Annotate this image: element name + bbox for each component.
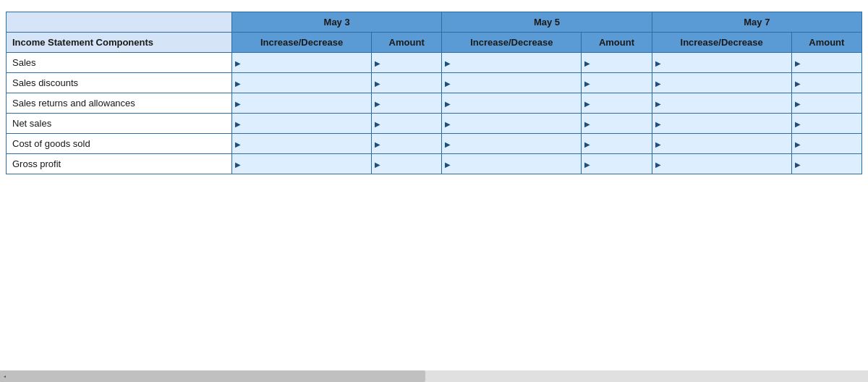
- row-label: Cost of goods sold: [7, 134, 232, 154]
- row-label: Sales discounts: [7, 73, 232, 93]
- data-cell[interactable]: [372, 93, 442, 114]
- data-cell[interactable]: [372, 53, 442, 73]
- data-cell[interactable]: [652, 114, 791, 134]
- table-row: Sales returns and allowances: [7, 93, 862, 114]
- data-cell[interactable]: [231, 93, 371, 114]
- main-content: May 3 May 5 May 7 Income Statement Compo…: [0, 0, 868, 370]
- horizontal-scrollbar[interactable]: ◀: [0, 370, 868, 382]
- header-may7-increase: Increase/Decrease: [652, 33, 791, 53]
- data-cell[interactable]: [372, 154, 442, 174]
- data-cell[interactable]: [231, 134, 371, 154]
- header-may5: May 5: [442, 12, 652, 33]
- header-row-subheaders: Income Statement Components Increase/Dec…: [7, 33, 862, 53]
- data-cell[interactable]: [582, 93, 652, 114]
- table-wrapper: May 3 May 5 May 7 Income Statement Compo…: [6, 12, 862, 174]
- data-cell[interactable]: [372, 114, 442, 134]
- data-cell[interactable]: [582, 73, 652, 93]
- data-cell[interactable]: [791, 134, 861, 154]
- data-cell[interactable]: [791, 73, 861, 93]
- table-row: Net sales: [7, 114, 862, 134]
- row-label: Sales returns and allowances: [7, 93, 232, 114]
- data-cell[interactable]: [231, 154, 371, 174]
- data-cell[interactable]: [582, 154, 652, 174]
- table-row: Cost of goods sold: [7, 134, 862, 154]
- data-cell[interactable]: [231, 114, 371, 134]
- data-cell[interactable]: [372, 134, 442, 154]
- header-components-label: Income Statement Components: [7, 33, 232, 53]
- row-label: Net sales: [7, 114, 232, 134]
- header-may3-amount: Amount: [372, 33, 442, 53]
- data-cell[interactable]: [652, 53, 791, 73]
- data-cell[interactable]: [791, 53, 861, 73]
- data-cell[interactable]: [791, 114, 861, 134]
- data-cell[interactable]: [652, 154, 791, 174]
- data-cell[interactable]: [582, 134, 652, 154]
- data-cell[interactable]: [652, 134, 791, 154]
- data-cell[interactable]: [582, 114, 652, 134]
- row-label: Sales: [7, 53, 232, 73]
- header-may5-increase: Increase/Decrease: [442, 33, 582, 53]
- data-cell[interactable]: [791, 154, 861, 174]
- header-may3-increase: Increase/Decrease: [231, 33, 371, 53]
- header-row-groups: May 3 May 5 May 7: [7, 12, 862, 33]
- header-label-cell: [7, 12, 232, 33]
- income-statement-table: May 3 May 5 May 7 Income Statement Compo…: [6, 12, 862, 174]
- header-may5-amount: Amount: [582, 33, 652, 53]
- data-cell[interactable]: [231, 53, 371, 73]
- data-cell[interactable]: [231, 73, 371, 93]
- table-row: Sales: [7, 53, 862, 73]
- header-may7-amount: Amount: [791, 33, 861, 53]
- table-row: Sales discounts: [7, 73, 862, 93]
- data-cell[interactable]: [442, 154, 582, 174]
- data-cell[interactable]: [442, 73, 582, 93]
- scrollbar-thumb[interactable]: [6, 370, 425, 382]
- data-cell[interactable]: [652, 93, 791, 114]
- header-may3: May 3: [231, 12, 441, 33]
- data-cell[interactable]: [372, 73, 442, 93]
- data-cell[interactable]: [791, 93, 861, 114]
- data-cell[interactable]: [442, 53, 582, 73]
- table-row: Gross profit: [7, 154, 862, 174]
- data-cell[interactable]: [442, 114, 582, 134]
- data-cell[interactable]: [442, 93, 582, 114]
- header-may7: May 7: [652, 12, 861, 33]
- data-cell[interactable]: [652, 73, 791, 93]
- data-cell[interactable]: [582, 53, 652, 73]
- row-label: Gross profit: [7, 154, 232, 174]
- data-cell[interactable]: [442, 134, 582, 154]
